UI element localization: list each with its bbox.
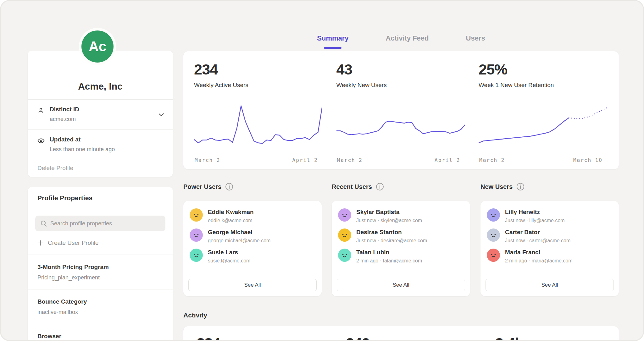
tab-activity-feed[interactable]: Activity Feed	[386, 28, 429, 49]
x-axis-labels: March 2 April 2	[336, 157, 465, 163]
recent-users-header: Recent Users	[332, 182, 384, 191]
user-text: Susie Lars susie.l@acme.com	[208, 249, 250, 264]
user-list-item[interactable]: Lilly Herwitz Just now · lilly@acme.com	[487, 208, 613, 223]
user-name: Susie Lars	[208, 249, 250, 256]
stat-weekly-new-users: 43 Weekly New Users March 2 April 2	[336, 61, 465, 169]
user-detail: george.michael@acme.com	[208, 238, 270, 244]
section-title: Power Users	[183, 183, 221, 190]
see-all-button[interactable]: See All	[337, 279, 465, 291]
activity-stat: 240	[346, 334, 369, 341]
property-row[interactable]: Browser Chrome	[28, 324, 173, 341]
see-all-button[interactable]: See All	[486, 279, 614, 291]
x-tick-right: April 2	[292, 157, 318, 163]
stat-value: 234	[194, 61, 322, 78]
info-icon[interactable]	[376, 183, 384, 191]
user-text: Skylar Baptista Just now · skyler@acme.c…	[356, 208, 422, 223]
user-text: Lilly Herwitz Just now · lilly@acme.com	[505, 208, 565, 223]
weekly-new-users-chart	[336, 101, 465, 151]
info-icon[interactable]	[516, 183, 525, 191]
user-list-item[interactable]: Susie Lars susie.l@acme.com	[190, 249, 315, 264]
plus-icon	[38, 240, 43, 246]
user-text: George Michael george.michael@acme.com	[208, 228, 270, 244]
power-users-header: Power Users	[183, 182, 233, 191]
x-tick-left: March 2	[195, 157, 220, 163]
user-name: George Michael	[208, 228, 270, 236]
user-avatar	[190, 249, 203, 262]
tab-label: Activity Feed	[386, 34, 429, 42]
person-icon	[37, 106, 50, 129]
x-tick-left: March 2	[479, 157, 505, 163]
property-name: 3-Month Pricing Program	[37, 264, 173, 271]
user-detail: 2 min ago · talan@acme.com	[356, 258, 422, 264]
field-updated-at: Updated at Less than one minute ago	[28, 130, 173, 159]
field-text: Distinct ID acme.com	[50, 106, 79, 129]
x-tick-left: March 2	[337, 157, 363, 163]
avatar-initials: Ac	[89, 39, 106, 54]
face-icon	[192, 231, 200, 239]
user-name: Desirae Stanton	[356, 228, 427, 236]
user-detail: susie.l@acme.com	[208, 258, 250, 264]
face-icon	[341, 211, 349, 219]
field-distinct-id[interactable]: Distinct ID acme.com	[28, 100, 173, 129]
property-name: Browser	[37, 333, 173, 340]
property-value: inactive-mailbox	[37, 309, 173, 316]
create-user-profile-button[interactable]: Create User Profile	[28, 239, 173, 247]
x-tick-right: March 10	[573, 157, 602, 163]
see-all-button[interactable]: See All	[188, 279, 317, 291]
tab-users[interactable]: Users	[466, 28, 485, 49]
tab-label: Summary	[317, 34, 348, 42]
user-detail: Just now · desirare@acme.com	[356, 238, 427, 244]
power-users-card: Eddie Kwakman eddie.k@acme.com George Mi…	[183, 201, 322, 296]
user-list-item[interactable]: George Michael george.michael@acme.com	[190, 228, 315, 244]
x-axis-labels: March 2 April 2	[194, 157, 322, 163]
field-value: Less than one minute ago	[50, 146, 115, 153]
face-icon	[489, 231, 497, 239]
user-list-item[interactable]: Carter Bator Just now · carter@acme.com	[487, 228, 613, 244]
user-detail: eddie.k@acme.com	[208, 218, 254, 223]
face-icon	[192, 251, 200, 259]
user-list-item[interactable]: Maria Franci 2 min ago · maria@acme.com	[487, 249, 613, 264]
user-avatar	[487, 208, 500, 222]
user-avatar	[190, 228, 203, 242]
user-avatar	[487, 228, 500, 242]
user-list-item[interactable]: Talan Lubin 2 min ago · talan@acme.com	[338, 249, 464, 264]
new-users-header: New Users	[480, 182, 525, 191]
user-text: Talan Lubin 2 min ago · talan@acme.com	[356, 249, 422, 264]
info-icon[interactable]	[225, 183, 233, 191]
profile-properties-title: Profile Properties	[37, 194, 92, 202]
profile-properties-search	[35, 216, 165, 231]
search-input[interactable]	[35, 216, 165, 231]
new-users-card: Lilly Herwitz Just now · lilly@acme.com …	[480, 201, 619, 296]
stat-value: 43	[336, 61, 465, 78]
user-detail: Just now · skyler@acme.com	[356, 218, 422, 223]
tab-summary[interactable]: Summary	[317, 28, 348, 49]
user-list-item[interactable]: Desirae Stanton Just now · desirare@acme…	[338, 228, 464, 244]
recent-users-card: Skylar Baptista Just now · skyler@acme.c…	[332, 201, 470, 296]
user-name: Lilly Herwitz	[505, 208, 565, 216]
stat-value: 25%	[479, 61, 607, 78]
user-list-item[interactable]: Eddie Kwakman eddie.k@acme.com	[190, 208, 315, 223]
property-row[interactable]: Bounce Category inactive-mailbox	[28, 289, 173, 324]
user-text: Maria Franci 2 min ago · maria@acme.com	[505, 249, 573, 264]
active-tab-underline	[324, 47, 341, 49]
activity-card: 234 240 3.4k	[183, 326, 619, 341]
face-icon	[489, 211, 497, 219]
section-title: Recent Users	[332, 183, 372, 190]
chevron-down-icon[interactable]	[158, 112, 164, 118]
property-value: Pricing_plan_experiment	[37, 274, 173, 281]
user-avatar	[487, 249, 500, 262]
activity-section-title: Activity	[183, 311, 207, 319]
face-icon	[341, 231, 349, 239]
user-list-item[interactable]: Skylar Baptista Just now · skyler@acme.c…	[338, 208, 464, 223]
delete-profile-button[interactable]: Delete Profile	[28, 159, 173, 177]
property-row[interactable]: 3-Month Pricing Program Pricing_plan_exp…	[28, 255, 173, 289]
user-avatar	[338, 208, 351, 222]
user-name: Maria Franci	[505, 249, 573, 256]
x-axis-labels: March 2 March 10	[479, 157, 607, 163]
user-avatar	[338, 228, 351, 242]
field-label: Updated at	[50, 136, 115, 143]
user-text: Carter Bator Just now · carter@acme.com	[505, 228, 570, 244]
user-avatar	[338, 249, 351, 262]
stat-label: Week 1 New User Retention	[479, 82, 607, 89]
stat-label: Weekly Active Users	[194, 82, 322, 89]
